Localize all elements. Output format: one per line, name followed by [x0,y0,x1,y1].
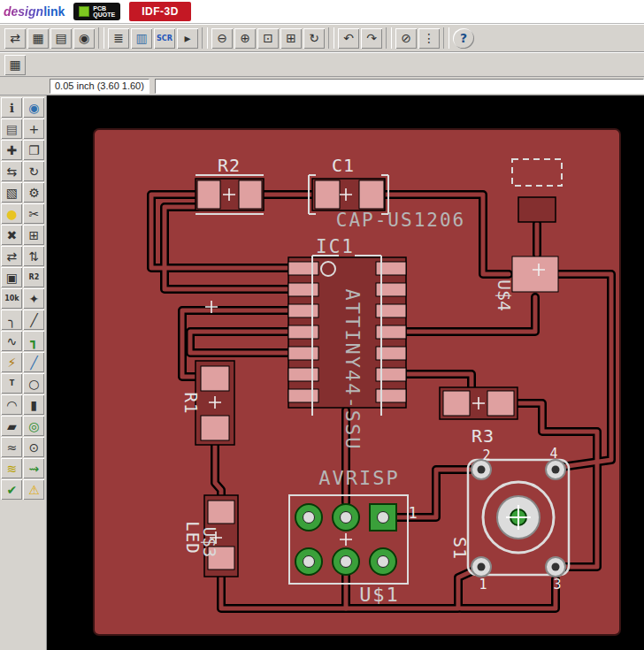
redo-icon[interactable]: ↷ [361,28,382,49]
silk-label-sw4: 4 [549,446,557,462]
stop-icon[interactable]: ⊘ [395,28,417,49]
via-icon[interactable]: ◎ [23,416,44,436]
route-icon[interactable]: ┓ [23,331,44,351]
cut-icon[interactable]: ✂ [23,203,44,224]
zoom-out-icon[interactable]: ⊖ [211,28,233,49]
auto-route-icon[interactable]: ⇝ [23,458,44,478]
show-eye-icon[interactable]: ◉ [23,97,44,118]
pcb-quote-line1: PCB [93,5,115,11]
script-icon[interactable]: SCR [154,28,175,49]
wire-icon[interactable]: ╱ [23,352,44,372]
split-icon[interactable]: ╱ [23,310,44,330]
silk-label-s1: S1 [449,537,471,560]
coordinate-display: 0.05 inch (3.60 1.60) [50,79,150,94]
toolbar-separator [386,27,392,49]
ulp-icon[interactable]: ≣ [108,28,129,49]
silk-label-sw2: 2 [482,447,490,463]
grid-icon[interactable]: ▦ [4,55,26,75]
layer-settings-icon[interactable]: ▥ [131,28,152,49]
silk-label-u4: U$4 [494,279,515,311]
signal-icon[interactable]: ≈ [1,437,22,457]
text-icon[interactable]: T [1,373,22,394]
logo-link-text: link [43,4,65,19]
meander-icon[interactable]: ∿ [1,331,22,351]
paint-icon[interactable]: ● [1,203,22,224]
pcb-chip-icon [79,6,89,17]
copy-icon[interactable]: ❐ [23,140,44,160]
silk-label-u3: U$3 [200,527,219,557]
hole-icon[interactable]: ⊙ [23,437,44,457]
tool-palette: ℹ◉▤+✚❐⇆↻▧⚙●✂✖⊞⇄⇅▣R210k✦╮╱∿┓⚡╱T○◠▮▰◎≈⊙≋⇝✔… [0,96,47,650]
silk-label-pin1: 1 [408,504,418,522]
lock-icon[interactable]: ▣ [1,267,22,287]
arc-icon[interactable]: ◠ [1,394,22,415]
toolbar-separator [98,27,104,49]
mirror-icon[interactable]: ⇆ [1,161,22,181]
smash-icon[interactable]: ✦ [23,288,44,309]
silk-label-ic1: IC1 [316,236,355,257]
save-icon[interactable]: ▦ [27,28,49,49]
value-icon[interactable]: 10k [1,288,22,309]
name-icon[interactable]: R2 [23,267,44,287]
cam-export-icon[interactable]: ◉ [73,28,95,49]
logo-design-text: design [4,4,43,19]
pcb-canvas[interactable]: R2 C1 CAP-US1206 IC1 ATTINY44-SSU U$4 R1… [47,96,644,650]
silk-label-avrisp: AVRISP [318,467,399,489]
zoom-fit-icon[interactable]: ⊡ [257,28,279,49]
toolbar-separator [202,27,208,49]
rotate-icon[interactable]: ↻ [23,161,44,181]
help-icon[interactable]: ? [453,28,474,49]
silk-label-c1: C1 [332,155,355,176]
toolbar-separator [443,27,449,49]
silk-label-r2: R2 [218,155,241,176]
ratsnest-icon[interactable]: ≋ [1,458,22,478]
silk-label-led: LED [183,521,203,554]
silk-label-sw3: 3 [553,577,561,593]
mark-icon[interactable]: + [23,119,44,139]
silk-label-r3: R3 [472,425,494,447]
pcb-drawing: R2 C1 CAP-US1206 IC1 ATTINY44-SSU U$4 R1… [47,96,644,650]
pinswap-icon[interactable]: ⇄ [1,246,22,266]
errors-icon[interactable]: ⚠ [23,479,44,500]
change-wrench-icon[interactable]: ⚙ [23,182,44,203]
zoom-in-icon[interactable]: ⊕ [234,28,256,49]
coordinate-bar: 0.05 inch (3.60 1.60) [0,77,644,96]
print-icon[interactable]: ▤ [50,28,72,49]
silk-label-attiny44: ATTINY44-SSU [341,289,364,451]
ripup-icon[interactable]: ⚡ [1,352,22,372]
undo-icon[interactable]: ↶ [338,28,359,49]
silk-label-r1: R1 [181,393,201,415]
silk-label-cap-us1206: CAP-US1206 [336,210,465,231]
app-header: designlink PCB QUOTE IDF-3D [0,0,644,24]
display-layers-icon[interactable]: ▤ [1,119,22,139]
drc-check-icon[interactable]: ✔ [1,479,22,500]
add-icon[interactable]: ⊞ [23,225,44,245]
command-input[interactable] [155,79,644,94]
miter-icon[interactable]: ╮ [1,310,22,330]
board-schematic-switch-icon[interactable]: ⇄ [4,28,26,49]
options-icon[interactable]: ⋮ [418,28,440,49]
delete-icon[interactable]: ✖ [1,225,22,245]
run-icon[interactable]: ▸ [177,28,198,49]
group-icon[interactable]: ▧ [1,182,22,203]
move-icon[interactable]: ✚ [1,140,22,160]
main-toolbar: ⇄▦▤◉≣▥SCR▸⊖⊕⊡⊞↻↶↷⊘⋮? [0,24,644,52]
pcb-quote-button[interactable]: PCB QUOTE [73,3,120,20]
polygon-icon[interactable]: ▰ [1,416,22,436]
zoom-redraw-icon[interactable]: ↻ [303,28,325,49]
silk-label-sw1: 1 [479,577,487,593]
zoom-select-icon[interactable]: ⊞ [280,28,302,49]
silk-label-u1: U$1 [359,584,400,606]
circle-icon[interactable]: ○ [23,373,44,394]
info-tool-icon[interactable]: ℹ [1,97,22,118]
replace-icon[interactable]: ⇅ [23,246,44,266]
rect-icon[interactable]: ▮ [23,394,44,415]
idf-3d-button[interactable]: IDF-3D [129,2,191,21]
pcb-quote-line2: QUOTE [93,11,115,18]
secondary-toolbar: ▦ [0,52,644,77]
designlink-logo: designlink [4,4,65,19]
toolbar-separator [328,27,334,49]
